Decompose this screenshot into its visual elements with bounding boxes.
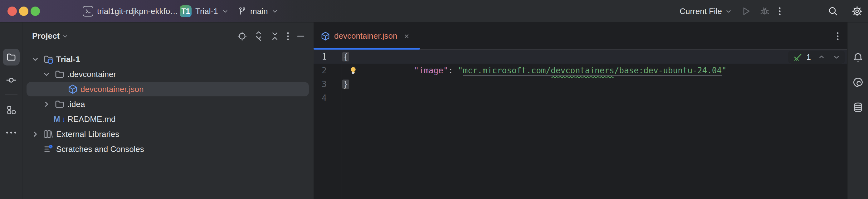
- macos-traffic-lights: [7, 6, 40, 16]
- zoom-window-button[interactable]: [31, 6, 40, 16]
- line-number: 4: [314, 93, 342, 103]
- chevron-down-icon[interactable]: [30, 54, 40, 65]
- editor-tab-bar: devcontainer.json: [314, 23, 847, 49]
- json-separator: :: [448, 66, 458, 75]
- previous-problem-button[interactable]: [818, 53, 825, 61]
- line-number: 1: [314, 52, 342, 61]
- tree-label: README.md: [67, 114, 116, 124]
- tree-label: Trial-1: [56, 55, 80, 64]
- folder-icon: [54, 69, 65, 79]
- open-quote: ": [458, 66, 463, 75]
- expand-all-button[interactable]: [254, 31, 264, 41]
- run-button[interactable]: [741, 6, 751, 16]
- tree-row-project-root[interactable]: Trial-1: [23, 52, 314, 67]
- right-tool-strip: [847, 23, 868, 199]
- close-tab-icon[interactable]: [403, 32, 410, 40]
- chevron-right-icon[interactable]: [30, 129, 40, 139]
- ai-assistant-button[interactable]: [852, 76, 864, 88]
- commit-tool-window-button[interactable]: [3, 72, 20, 89]
- branch-name: main: [250, 6, 268, 16]
- tree-row-readme[interactable]: M↓ README.md: [23, 112, 314, 127]
- select-opened-file-button[interactable]: [237, 31, 247, 41]
- tree-row-idea-folder[interactable]: .idea: [23, 97, 314, 112]
- project-panel-header: Project: [23, 23, 314, 49]
- json-key: "image": [414, 66, 448, 75]
- line-number: 3: [314, 79, 342, 89]
- inspections-count: 1: [807, 53, 811, 62]
- ide-window: trial1git-rdjkpn-ekkfo… T1 Trial-1 main: [0, 0, 868, 199]
- chevron-down-icon: [62, 33, 68, 39]
- code-editor[interactable]: 1 { 2 "image": "mcr.microsoft.com/devcon…: [314, 50, 847, 199]
- workspace-name: Trial-1: [195, 6, 218, 16]
- next-problem-button[interactable]: [833, 53, 840, 61]
- more-actions-button[interactable]: [777, 6, 782, 16]
- hide-panel-button[interactable]: [296, 31, 306, 41]
- close-brace: }: [342, 79, 349, 89]
- terminal-project-icon: [83, 6, 93, 16]
- collapse-all-button[interactable]: [270, 31, 280, 41]
- settings-gear-button[interactable]: [851, 5, 863, 17]
- inspections-widget[interactable]: 1: [788, 51, 845, 64]
- project-selector-label: trial1git-rdjkpn-ekkfo…: [97, 6, 178, 16]
- image-url: mcr.microsoft.com/devcontainers/base:dev…: [463, 66, 722, 75]
- chevron-right-icon[interactable]: [41, 99, 52, 109]
- left-tool-strip: [0, 23, 23, 199]
- project-tool-window: Project: [23, 23, 314, 199]
- code-line-3[interactable]: 3 }: [314, 77, 847, 91]
- project-selector[interactable]: trial1git-rdjkpn-ekkfo…: [83, 0, 189, 23]
- url-host: mcr.microsoft.com/: [463, 66, 551, 75]
- folder-icon: [54, 99, 65, 109]
- code-line-2[interactable]: 2 "image": "mcr.microsoft.com/devcontain…: [314, 64, 847, 77]
- project-tree: Trial-1 .devcontainer devconta: [23, 52, 314, 157]
- search-everywhere-button[interactable]: [828, 6, 839, 17]
- run-configuration-selector[interactable]: Current File: [680, 6, 732, 16]
- tab-title: devcontainer.json: [334, 31, 397, 41]
- close-quote: ": [722, 66, 727, 75]
- minimize-window-button[interactable]: [19, 6, 28, 16]
- tab-list-options-button[interactable]: [836, 23, 840, 49]
- project-view-selector[interactable]: Project: [32, 31, 68, 41]
- tree-label: External Libraries: [56, 129, 119, 139]
- tree-label: .idea: [67, 100, 85, 109]
- devcontainer-cube-icon: [320, 31, 331, 41]
- debug-button[interactable]: [760, 6, 770, 16]
- chevron-down-icon: [222, 8, 229, 15]
- code-line-4[interactable]: 4: [314, 91, 847, 105]
- tree-row-scratches[interactable]: Scratches and Consoles: [23, 142, 314, 157]
- tree-label: devcontainer.json: [81, 85, 144, 94]
- tree-label: .devcontainer: [67, 70, 116, 79]
- markdown-file-icon: M↓: [54, 115, 65, 124]
- structure-tool-window-button[interactable]: [3, 101, 20, 118]
- no-problems-check-icon: [793, 53, 802, 62]
- database-button[interactable]: [852, 101, 864, 113]
- url-typo-word: devcontainers: [551, 66, 614, 75]
- panel-options-button[interactable]: [286, 31, 290, 41]
- project-tool-window-button[interactable]: [3, 49, 20, 66]
- project-panel-title: Project: [32, 31, 60, 41]
- notifications-bell-button[interactable]: [852, 52, 864, 64]
- libraries-icon: [43, 129, 54, 139]
- titlebar-right-actions: Current File: [680, 0, 868, 23]
- tool-strip-divider: [5, 95, 18, 95]
- editor-area: devcontainer.json 1 { 2: [314, 23, 847, 199]
- chevron-down-icon: [272, 8, 278, 15]
- workspace-selector[interactable]: T1 Trial-1: [180, 0, 229, 23]
- url-tail: /base:dev-ubuntu-24.04: [614, 66, 722, 75]
- title-bar: trial1git-rdjkpn-ekkfo… T1 Trial-1 main: [0, 0, 868, 23]
- chevron-down-icon[interactable]: [41, 69, 52, 79]
- tree-row-devcontainer-json[interactable]: devcontainer.json: [23, 82, 314, 97]
- tab-devcontainer-json[interactable]: devcontainer.json: [314, 23, 420, 49]
- git-branch-icon: [238, 7, 247, 15]
- more-tool-windows-button[interactable]: [3, 124, 20, 141]
- tree-label: Scratches and Consoles: [56, 144, 144, 154]
- chevron-down-icon: [725, 8, 732, 15]
- gutter-separator: [342, 50, 342, 199]
- close-window-button[interactable]: [7, 6, 17, 16]
- vcs-branch-widget[interactable]: main: [238, 0, 278, 23]
- line-number: 2: [314, 66, 342, 75]
- active-tab-indicator: [314, 48, 420, 49]
- scratches-icon: [43, 144, 54, 155]
- project-root-folder-icon: [43, 54, 54, 65]
- tree-row-external-libraries[interactable]: External Libraries: [23, 127, 314, 142]
- tree-row-devcontainer-folder[interactable]: .devcontainer: [23, 67, 314, 82]
